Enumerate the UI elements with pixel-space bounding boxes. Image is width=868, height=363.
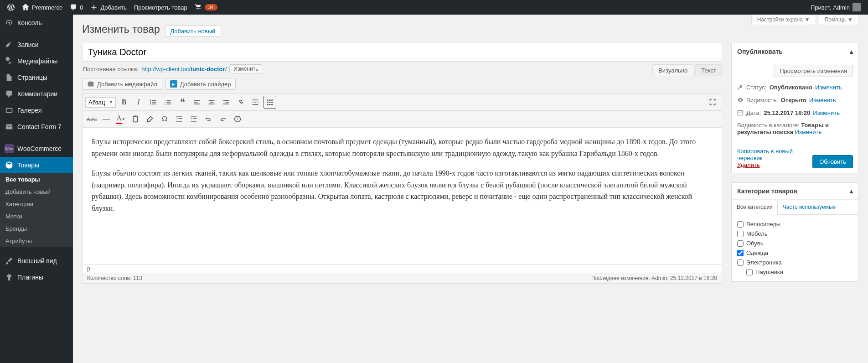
plus-icon <box>90 4 98 11</box>
comments-count: 0 <box>80 4 83 11</box>
home-icon <box>22 4 29 11</box>
comments-link[interactable]: 0 <box>66 0 87 15</box>
cart-icon <box>195 4 202 11</box>
admin-bar: Premmerce 0 Добавить Просмотреть товар 3… <box>0 0 868 15</box>
add-new-text: Добавить <box>100 4 126 11</box>
updates-badge: 34 <box>205 4 217 10</box>
site-name-link[interactable]: Premmerce <box>18 0 66 15</box>
site-name-text: Premmerce <box>32 4 62 11</box>
comment-icon <box>70 4 77 11</box>
greeting-text: Привет, Admin <box>811 4 850 11</box>
view-item-text: Просмотреть товар <box>134 4 187 11</box>
view-item-link[interactable]: Просмотреть товар <box>130 0 191 15</box>
wordpress-icon <box>7 4 15 11</box>
wp-logo[interactable] <box>4 0 18 15</box>
account-link[interactable]: Привет, Admin <box>807 0 864 15</box>
updates-link[interactable]: 34 <box>191 0 221 15</box>
avatar <box>852 3 861 11</box>
add-new-link[interactable]: Добавить <box>87 0 130 15</box>
